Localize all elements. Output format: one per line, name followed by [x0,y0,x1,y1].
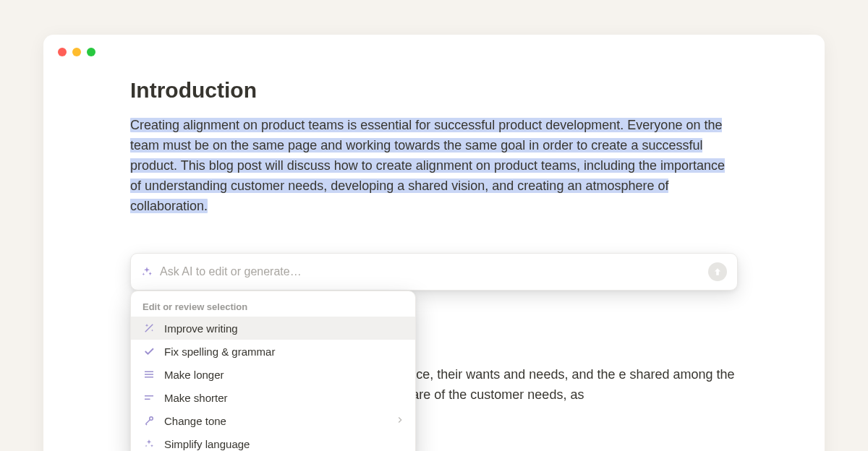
close-icon[interactable] [58,48,67,56]
ai-prompt-bar[interactable] [130,253,738,291]
menu-item-label: Simplify language [164,438,250,450]
menu-item-change-tone[interactable]: Change tone [131,409,415,432]
menu-item-simplify[interactable]: Simplify language [131,432,415,451]
ai-actions-menu: Edit or review selection Improve writing… [130,291,416,451]
document-body: Introduction Creating alignment on produ… [43,56,825,216]
window-controls [43,35,825,56]
ai-prompt-input[interactable] [160,265,701,278]
wand-icon [142,322,156,335]
microphone-icon [142,414,156,427]
minimize-icon[interactable] [72,48,81,56]
lines-long-icon [142,368,156,381]
maximize-icon[interactable] [87,48,95,56]
intro-paragraph[interactable]: Creating alignment on product teams is e… [130,116,738,216]
menu-item-fix-spelling[interactable]: Fix spelling & grammar [131,340,415,363]
menu-item-improve-writing[interactable]: Improve writing [131,317,415,340]
menu-item-label: Fix spelling & grammar [164,345,275,358]
menu-item-make-longer[interactable]: Make longer [131,363,415,386]
menu-item-make-shorter[interactable]: Make shorter [131,386,415,409]
app-window: Introduction Creating alignment on produ… [43,35,825,451]
svg-line-7 [146,424,148,426]
lines-short-icon [142,391,156,404]
menu-section-header: Edit or review selection [131,297,415,317]
menu-item-label: Make shorter [164,392,228,404]
chevron-right-icon [395,415,405,427]
menu-item-label: Make longer [164,369,224,381]
sparkle-icon [142,437,156,450]
svg-line-6 [146,420,150,424]
selected-text: Creating alignment on product teams is e… [130,118,725,213]
arrow-up-icon [712,267,723,277]
menu-item-label: Improve writing [164,322,238,335]
heading-introduction[interactable]: Introduction [130,78,738,103]
submit-button[interactable] [708,262,727,281]
menu-item-label: Change tone [164,415,226,427]
check-icon [142,345,156,358]
sparkle-icon [141,266,153,278]
